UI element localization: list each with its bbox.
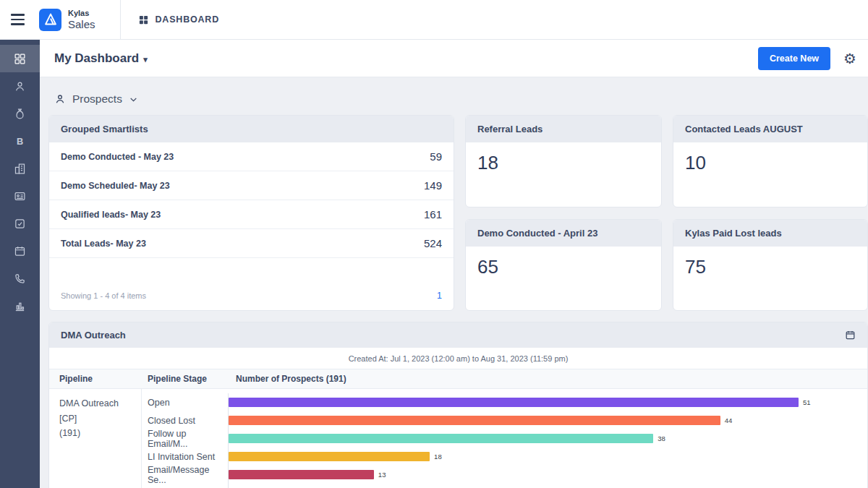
stage-bar[interactable] — [229, 434, 653, 443]
stage-row: Open 51 — [142, 393, 867, 411]
person-icon — [54, 93, 66, 105]
stage-row: Email/Message Se... 13 — [142, 466, 867, 484]
calendar-icon — [14, 245, 26, 257]
smartlist-row[interactable]: Qualified leads- May 23 161 — [49, 200, 454, 229]
kylas-paid-lost-leads-card: Kylas Paid Lost leads 75 — [673, 219, 868, 311]
sidebar-item-dashboard[interactable] — [0, 45, 40, 72]
page-title: My Dashboard — [54, 51, 139, 65]
prospects-section-header[interactable]: Prospects — [48, 86, 868, 115]
brand-product: Sales — [68, 18, 95, 30]
money-bag-icon — [14, 108, 26, 120]
sidebar-item-products[interactable] — [0, 182, 40, 210]
app-window: Kylas Sales DASHBOARD — [0, 0, 868, 488]
sidebar-item-leads[interactable] — [0, 72, 40, 100]
smartlist-value: 149 — [424, 179, 442, 192]
task-check-icon — [14, 218, 26, 230]
person-icon — [14, 80, 26, 93]
stage-label: LI Invitation Sent — [142, 448, 229, 466]
card-title: Demo Conducted - April 23 — [466, 220, 661, 247]
chart-column-headers: Pipeline Pipeline Stage Number of Prospe… — [49, 369, 867, 389]
column-header-number-of-prospects: Number of Prospects (191) — [229, 374, 867, 384]
smartlist-value: 59 — [430, 150, 442, 163]
svg-text:B: B — [17, 135, 23, 146]
sidebar-item-reports[interactable] — [0, 292, 40, 320]
sidebar-item-deals[interactable] — [0, 100, 40, 127]
referral-leads-card: Referral Leads 18 — [465, 115, 662, 207]
buildings-icon — [14, 163, 26, 175]
pipeline-name: DMA Outreach — [59, 396, 137, 411]
nav-dashboard[interactable]: DASHBOARD — [121, 14, 219, 25]
stage-row — [142, 484, 867, 488]
stage-label: Email/Message Se... — [142, 466, 229, 484]
stage-bar[interactable] — [229, 470, 374, 479]
stage-label: Follow up Email/M... — [142, 429, 229, 448]
smartlist-value: 524 — [424, 237, 442, 249]
smartlist-label: Demo Scheduled- May 23 — [61, 181, 170, 191]
sidebar-item-meetings[interactable] — [0, 237, 40, 265]
dma-outreach-card: DMA Outreach Created At: Jul 1, 2023 (12… — [48, 322, 868, 488]
dashboard-grid-icon — [14, 53, 26, 65]
bar-value-label: 51 — [803, 398, 811, 406]
grouped-smartlists-card: Grouped Smartlists Demo Conducted - May … — [48, 115, 454, 311]
card-title: Kylas Paid Lost leads — [673, 220, 867, 247]
stage-bar[interactable] — [229, 416, 720, 425]
pipeline-code: [CP] — [59, 411, 137, 427]
sidebar: B — [0, 40, 40, 488]
dashboard-grid-icon — [138, 14, 149, 25]
hamburger-menu-icon[interactable] — [11, 11, 28, 27]
cards-grid: Grouped Smartlists Demo Conducted - May … — [48, 115, 868, 311]
settings-gear-icon[interactable]: ⚙ — [843, 51, 856, 66]
stage-row: Closed Lost 44 — [142, 411, 867, 429]
sidebar-item-companies[interactable] — [0, 155, 40, 182]
card-title: Referral Leads — [466, 116, 661, 142]
stage-row: Follow up Email/M... 38 — [142, 429, 867, 448]
smartlist-label: Demo Conducted - May 23 — [61, 152, 174, 162]
dashboard-title-dropdown[interactable]: My Dashboard▾ — [54, 51, 148, 66]
calendar-icon[interactable] — [845, 330, 856, 341]
dashboard-content: Prospects Grouped Smartlists Demo Conduc… — [40, 77, 868, 488]
stage-rows: Open 51 Closed Lost 44 Follow up Email/M… — [142, 389, 867, 488]
sidebar-item-tasks[interactable] — [0, 210, 40, 237]
stage-label — [142, 484, 229, 488]
demo-conducted-april-card: Demo Conducted - April 23 65 — [465, 219, 662, 311]
stat-value: 75 — [673, 247, 867, 288]
chevron-down-icon: ▾ — [143, 55, 148, 64]
pipeline-cell: DMA Outreach [CP] (191) — [49, 389, 142, 488]
pagination-page-1[interactable]: 1 — [437, 291, 442, 301]
prospects-title: Prospects — [72, 93, 122, 106]
nav-dashboard-label: DASHBOARD — [156, 14, 219, 25]
column-header-pipeline: Pipeline — [49, 374, 142, 384]
card-title: Grouped Smartlists — [49, 116, 454, 142]
date-range-text: Created At: Jul 1, 2023 (12:00 am) to Au… — [49, 348, 867, 369]
column-header-pipeline-stage: Pipeline Stage — [142, 374, 229, 384]
stage-row: LI Invitation Sent 18 — [142, 448, 867, 466]
bar-value-label: 44 — [725, 416, 733, 424]
kylas-logo-icon — [39, 9, 61, 31]
smartlist-row[interactable]: Demo Conducted - May 23 59 — [49, 142, 454, 171]
sidebar-item-contacts[interactable]: B — [0, 127, 40, 155]
pipeline-count: (191) — [59, 426, 137, 441]
card-title: Contacted Leads AUGUST — [673, 116, 867, 142]
page-header: My Dashboard▾ Create New ⚙ — [40, 40, 868, 77]
stat-value: 65 — [466, 247, 661, 288]
dma-chart-body: DMA Outreach [CP] (191) Open 51 Closed L… — [49, 389, 867, 488]
stage-label: Closed Lost — [142, 411, 229, 429]
sidebar-item-calls[interactable] — [0, 265, 40, 292]
brand: Kylas Sales — [39, 0, 121, 39]
chevron-down-icon — [129, 95, 138, 104]
phone-icon — [14, 273, 26, 285]
bar-value-label: 13 — [378, 471, 386, 479]
stage-bar[interactable] — [229, 398, 799, 407]
stage-bar[interactable] — [229, 452, 430, 461]
smartlist-row[interactable]: Total Leads- May 23 524 — [49, 229, 454, 258]
id-card-icon — [14, 190, 26, 202]
smartlist-label: Total Leads- May 23 — [61, 239, 146, 249]
bar-value-label: 18 — [434, 453, 442, 461]
smartlists-footer: Showing 1 - 4 of 4 items 1 — [49, 283, 454, 310]
create-new-button[interactable]: Create New — [758, 47, 830, 70]
bar-value-label: 38 — [658, 435, 665, 442]
smartlist-row[interactable]: Demo Scheduled- May 23 149 — [49, 171, 454, 200]
main-area: My Dashboard▾ Create New ⚙ Prospects Gro… — [40, 40, 868, 488]
bar-chart-icon — [14, 300, 26, 312]
smartlist-value: 161 — [424, 208, 442, 221]
